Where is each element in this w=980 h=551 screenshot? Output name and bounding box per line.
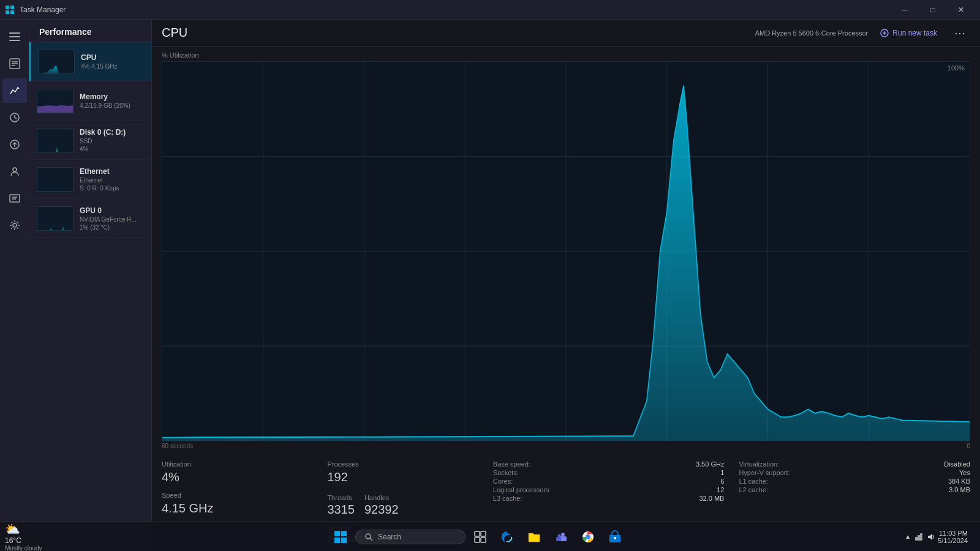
- perf-item-gpu[interactable]: GPU 0 NVIDIA GeForce R... 1% (32 °C): [29, 199, 151, 238]
- threads-stat-label: Threads: [327, 494, 352, 501]
- sockets-value: 1: [720, 469, 724, 476]
- performance-header: Performance: [29, 20, 151, 42]
- svg-rect-52: [556, 537, 561, 541]
- base-speed-row: Base speed: 3.50 GHz: [493, 460, 725, 468]
- taskbar-center: Search: [74, 525, 882, 549]
- sidebar-processes-button[interactable]: [2, 51, 27, 76]
- svg-rect-5: [9, 36, 20, 37]
- utilization-label: % Utilization: [162, 51, 970, 59]
- gpu-item-info: GPU 0 NVIDIA GeForce R... 1% (32 °C): [80, 206, 137, 231]
- clock-date: 5/11/2024: [938, 537, 968, 544]
- speed-stat-value: 4.15 GHz: [162, 501, 317, 515]
- svg-rect-3: [10, 10, 14, 14]
- search-placeholder: Search: [378, 533, 401, 541]
- cpu-item-name: CPU: [81, 53, 117, 62]
- svg-marker-20: [39, 66, 75, 74]
- gpu-item-sub2: 1% (32 °C): [80, 224, 137, 231]
- clock[interactable]: 11:03 PM 5/11/2024: [938, 530, 968, 544]
- title-bar-controls: ─ □ ✕: [891, 0, 975, 20]
- run-new-task-button[interactable]: Run new task: [875, 26, 942, 40]
- cpu-graph-container: 100%: [162, 61, 970, 441]
- minimize-button[interactable]: ─: [891, 0, 919, 20]
- taskbar-right: ▲ 11:03 PM 5/11/2024: [882, 525, 980, 549]
- perf-item-ethernet[interactable]: Ethernet Ethernet S: 0 R: 0 Kbps: [29, 160, 151, 199]
- weather-icon: ⛅: [5, 522, 74, 536]
- l3-cache-label: L3 cache:: [493, 495, 522, 502]
- svg-marker-24: [37, 227, 74, 231]
- svg-rect-41: [334, 538, 340, 543]
- disk-item-sub2: 4%: [80, 146, 126, 152]
- network-icon: [914, 533, 923, 541]
- chrome-button[interactable]: [576, 525, 600, 549]
- performance-panel: Performance CPU 4% 4.15 GHz: [29, 20, 152, 551]
- store-button[interactable]: [603, 525, 627, 549]
- main-title-group: CPU: [162, 26, 187, 40]
- maximize-button[interactable]: □: [919, 0, 947, 20]
- svg-marker-23: [37, 191, 74, 192]
- sidebar-performance-button[interactable]: [2, 78, 27, 103]
- sidebar-menu-button[interactable]: [2, 24, 27, 49]
- perf-item-memory[interactable]: Memory 4.2/15.9 GB (26%): [29, 81, 151, 121]
- l2-cache-label: L2 cache:: [739, 486, 768, 493]
- svg-rect-59: [921, 534, 922, 540]
- taskbar-weather: ⛅ 16°C Mostly cloudy: [0, 522, 74, 551]
- perf-item-disk[interactable]: Disk 0 (C: D:) SSD 4%: [29, 121, 151, 160]
- svg-rect-2: [6, 10, 9, 14]
- taskbar-search-bar[interactable]: Search: [355, 530, 466, 544]
- more-options-button[interactable]: ⋯: [949, 24, 970, 42]
- virtualization-row: Virtualization: Disabled: [739, 460, 970, 468]
- main-header: CPU AMD Ryzen 5 5600 6-Core Processor Ru…: [152, 20, 980, 47]
- svg-rect-47: [475, 538, 480, 542]
- sidebar-startup-button[interactable]: [2, 132, 27, 157]
- main-content: CPU AMD Ryzen 5 5600 6-Core Processor Ru…: [152, 20, 980, 551]
- task-view-button[interactable]: [468, 525, 492, 549]
- expand-icon[interactable]: ▲: [905, 533, 911, 540]
- header-right: AMD Ryzen 5 5600 6-Core Processor Run ne…: [755, 24, 970, 42]
- run-new-task-label: Run new task: [892, 29, 937, 37]
- gpu-item-sub1: NVIDIA GeForce R...: [80, 216, 137, 223]
- sidebar-details-button[interactable]: [2, 186, 27, 211]
- show-desktop-button[interactable]: [970, 525, 975, 549]
- app-container: Performance CPU 4% 4.15 GHz: [0, 20, 980, 551]
- threads-handles-group: Threads 3315 Handles 92392: [327, 492, 483, 517]
- graph-time-right: 0: [967, 443, 970, 449]
- perf-item-cpu[interactable]: CPU 4% 4.15 GHz: [29, 42, 151, 81]
- edge-button[interactable]: [495, 525, 519, 549]
- logical-proc-label: Logical processors:: [493, 486, 551, 493]
- file-explorer-button[interactable]: [522, 525, 546, 549]
- virtualization-label: Virtualization:: [739, 460, 779, 468]
- svg-rect-39: [334, 531, 340, 536]
- eth-item-name: Ethernet: [80, 167, 119, 176]
- svg-point-56: [614, 537, 616, 539]
- sidebar-users-button[interactable]: [2, 159, 27, 184]
- eth-item-info: Ethernet Ethernet S: 0 R: 0 Kbps: [80, 167, 119, 192]
- l3-cache-row: L3 cache: 32.0 MB: [493, 495, 725, 502]
- utilization-stat-label: Utilization: [162, 460, 317, 468]
- window-title: Task Manager: [20, 6, 66, 14]
- sidebar-services-button[interactable]: [2, 213, 27, 238]
- weather-desc: Mostly cloudy: [5, 545, 74, 551]
- title-bar: Task Manager ─ □ ✕: [0, 0, 980, 20]
- close-button[interactable]: ✕: [947, 0, 975, 20]
- mem-item-name: Memory: [80, 92, 130, 101]
- teams-button[interactable]: [549, 525, 573, 549]
- svg-point-14: [13, 168, 17, 171]
- windows-button[interactable]: [328, 525, 353, 549]
- threads-stat-value: 3315: [327, 503, 355, 517]
- svg-rect-58: [918, 536, 919, 540]
- processes-stat-label: Processes: [327, 460, 483, 468]
- sidebar-apphistory-button[interactable]: [2, 105, 27, 130]
- cpu-item-info: CPU 4% 4.15 GHz: [81, 53, 117, 70]
- volume-icon: [927, 533, 935, 541]
- svg-line-44: [370, 538, 372, 541]
- logical-proc-row: Logical processors: 12: [493, 486, 725, 493]
- gpu-mini-chart: [37, 206, 74, 231]
- cpu-graph-svg: [162, 62, 970, 441]
- hyperv-row: Hyper-V support: Yes: [739, 469, 970, 476]
- handles-stat-value: 92392: [364, 503, 399, 517]
- search-icon: [364, 533, 373, 541]
- handles-group: Handles 92392: [364, 492, 399, 517]
- virtualization-value: Disabled: [944, 460, 970, 468]
- svg-rect-40: [341, 531, 347, 536]
- l2-cache-value: 3.0 MB: [949, 486, 970, 493]
